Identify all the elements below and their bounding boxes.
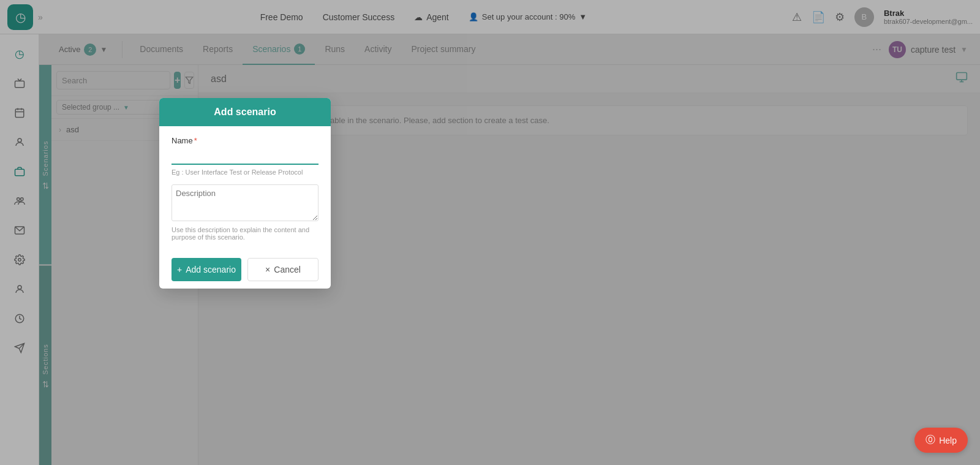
modal-footer: + Add scenario × Cancel: [159, 251, 331, 289]
name-field-label: Name*: [172, 136, 318, 145]
add-scenario-modal: Add scenario Name* Eg : User Interface T…: [159, 98, 331, 289]
modal-body: Name* Eg : User Interface Test or Releas…: [159, 126, 331, 251]
modal-title: Add scenario: [214, 107, 276, 117]
name-hint: Eg : User Interface Test or Release Prot…: [172, 168, 318, 176]
required-indicator: *: [194, 136, 197, 145]
modal-header: Add scenario: [159, 98, 331, 126]
description-hint: Use this description to explain the cont…: [172, 226, 318, 241]
add-label: Add scenario: [186, 265, 236, 274]
add-scenario-button[interactable]: + Add scenario: [172, 258, 241, 281]
modal-overlay: Add scenario Name* Eg : User Interface T…: [0, 0, 980, 465]
cancel-label: Cancel: [274, 265, 301, 274]
cancel-icon: ×: [265, 265, 270, 274]
help-button[interactable]: ⓪ Help: [914, 428, 968, 453]
help-label: Help: [939, 436, 957, 445]
help-circle-icon: ⓪: [925, 434, 935, 447]
scenario-description-textarea[interactable]: [172, 184, 318, 221]
add-icon: +: [177, 265, 182, 274]
scenario-name-input[interactable]: [172, 149, 318, 165]
cancel-button[interactable]: × Cancel: [247, 258, 318, 281]
